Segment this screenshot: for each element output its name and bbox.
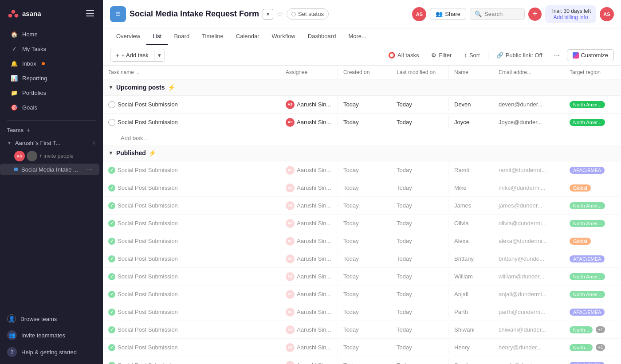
task-complete-indicator[interactable] xyxy=(108,362,115,364)
td-assignee: AS Aarushi Sin... xyxy=(280,215,338,231)
lightning-icon: ⚡ xyxy=(168,84,175,91)
task-name-text[interactable]: Social Post Submission xyxy=(118,344,178,351)
task-name-text[interactable]: Social Post Submission xyxy=(118,326,178,333)
section-collapse-button[interactable]: ▼ xyxy=(108,150,114,156)
task-complete-indicator[interactable] xyxy=(108,309,115,316)
invite-teammates-item[interactable]: 👥 Invite teammates xyxy=(0,327,103,344)
filter-icon: ⚙ xyxy=(431,52,436,59)
task-name-text[interactable]: Social Post Submission xyxy=(118,291,178,297)
td-modified: Today xyxy=(391,199,449,212)
team-item[interactable]: ▼ Aarushi's First T... + xyxy=(0,137,103,149)
tab-calendar[interactable]: Calendar xyxy=(230,28,266,45)
invite-people-link[interactable]: + invite people xyxy=(39,153,74,159)
sidebar-item-home[interactable]: 🏠 Home xyxy=(4,27,99,41)
more-options-button[interactable]: ⋯ xyxy=(550,50,563,61)
people-icon: 👤 xyxy=(7,314,16,323)
task-complete-indicator[interactable] xyxy=(108,184,115,192)
td-assignee: AS Aarushi Sin... xyxy=(280,340,338,356)
task-complete-indicator[interactable] xyxy=(108,273,115,280)
sidebar-item-my-tasks[interactable]: ✓ My Tasks xyxy=(4,42,99,56)
task-name-text[interactable]: Social Post Submission xyxy=(118,119,178,125)
add-task-row[interactable]: Add task... xyxy=(103,131,621,145)
task-name-text[interactable]: Social Post Submission xyxy=(118,202,178,209)
tab-workflow[interactable]: Workflow xyxy=(266,28,302,45)
add-team-button[interactable]: + xyxy=(26,127,30,134)
sidebar-item-goals[interactable]: 🎯 Goals xyxy=(4,100,99,114)
assignee-name: Aarushi Sin... xyxy=(297,273,331,280)
search-box[interactable]: 🔍 xyxy=(470,8,525,20)
billing-link[interactable]: Add billing info xyxy=(550,14,591,20)
task-name-text[interactable]: Social Post Submission xyxy=(118,184,178,191)
search-input[interactable] xyxy=(484,11,520,17)
team-avatars: AS + invite people xyxy=(0,149,103,163)
tab-overview[interactable]: Overview xyxy=(110,28,146,45)
set-status-button[interactable]: Set status xyxy=(287,8,329,20)
add-task-dropdown-button[interactable]: ▾ xyxy=(154,49,165,61)
title-dropdown-button[interactable]: ▾ xyxy=(263,9,273,20)
task-name-text[interactable]: Social Post Submission xyxy=(118,255,178,262)
task-name-text[interactable]: Social Post Submission xyxy=(118,273,178,280)
add-task-main-button[interactable]: + + Add task xyxy=(110,49,154,61)
task-complete-indicator[interactable] xyxy=(108,167,115,174)
sidebar-bottom: 👤 Browse teams 👥 Invite teammates ? Help… xyxy=(0,311,103,364)
td-task-name: Social Post Submission xyxy=(103,305,280,319)
task-name-text[interactable]: Social Post Submission xyxy=(118,167,178,173)
public-link-button[interactable]: 🔗 Public link: Off xyxy=(492,50,547,61)
sidebar-item-inbox[interactable]: 🔔 Inbox xyxy=(4,56,99,70)
task-name-text[interactable]: Social Post Submission xyxy=(118,238,178,244)
task-complete-indicator[interactable] xyxy=(108,238,115,245)
project-more-button[interactable]: ⋯ xyxy=(86,166,92,173)
hamburger-button[interactable] xyxy=(84,8,96,18)
task-name-text[interactable]: Social Post Submission xyxy=(118,309,178,315)
share-button[interactable]: 👥 Share xyxy=(430,8,466,20)
asana-logo[interactable]: asana xyxy=(7,7,41,20)
user-avatar[interactable]: AS xyxy=(412,7,426,21)
task-table: Task name ⌄ Assignee Created on Last mod… xyxy=(103,66,621,364)
status-text: Set status xyxy=(298,11,324,17)
task-complete-indicator[interactable] xyxy=(108,202,115,209)
task-complete-button[interactable] xyxy=(108,119,115,126)
tab-board[interactable]: Board xyxy=(168,28,196,45)
td-created: Today xyxy=(338,287,391,301)
star-button[interactable]: ☆ xyxy=(277,10,283,18)
asana-wordmark: asana xyxy=(22,10,41,17)
project-icon-button[interactable]: ≡ xyxy=(110,6,126,22)
td-assignee: AS Aarushi Sin... xyxy=(280,304,338,320)
help-item[interactable]: ? Help & getting started xyxy=(0,344,103,360)
td-region: North Amer... xyxy=(564,199,621,213)
table-row: Social Post Submission AS Aarushi Sin...… xyxy=(103,321,621,339)
task-complete-indicator[interactable] xyxy=(108,326,115,333)
td-name: Olivia xyxy=(449,216,493,230)
task-complete-indicator[interactable] xyxy=(108,291,115,298)
task-name-text[interactable]: Social Post Submission xyxy=(118,101,178,108)
customize-button[interactable]: Customize xyxy=(567,49,614,61)
td-task-name: Social Post Submission xyxy=(103,216,280,231)
sidebar-item-reporting[interactable]: 📊 Reporting xyxy=(4,71,99,85)
avatar: AS xyxy=(286,343,295,352)
task-name-text[interactable]: Social Post Submission xyxy=(118,220,178,227)
user-avatar-right[interactable]: AS xyxy=(600,7,614,21)
section-collapse-button[interactable]: ▼ xyxy=(108,84,114,90)
task-name-text[interactable]: Social Post Submission xyxy=(118,362,178,364)
all-tasks-button[interactable]: ⭕ All tasks xyxy=(384,50,423,61)
tab-dashboard[interactable]: Dashboard xyxy=(302,28,342,45)
add-to-team-button[interactable]: + xyxy=(92,139,96,146)
tab-timeline[interactable]: Timeline xyxy=(196,28,230,45)
filter-button[interactable]: ⚙ Filter xyxy=(427,50,456,61)
task-complete-indicator[interactable] xyxy=(108,220,115,227)
td-email: william@dunder... xyxy=(493,270,564,283)
sidebar-project-item[interactable]: Social Media Intake ... ⋯ xyxy=(0,164,99,175)
sort-button[interactable]: ↕ Sort xyxy=(460,50,484,61)
sidebar-item-portfolios[interactable]: 📁 Portfolios xyxy=(4,86,99,100)
tab-more[interactable]: More... xyxy=(342,28,372,45)
th-assignee: Assignee xyxy=(280,66,338,79)
task-complete-indicator[interactable] xyxy=(108,255,115,262)
tab-list[interactable]: List xyxy=(146,28,168,45)
avatar: AS xyxy=(286,118,295,127)
browse-teams-item[interactable]: 👤 Browse teams xyxy=(0,311,103,327)
task-complete-button[interactable] xyxy=(108,101,115,108)
task-complete-indicator[interactable] xyxy=(108,344,115,351)
td-assignee: AS Aarushi Sin... xyxy=(280,357,338,364)
td-name: Ramit xyxy=(449,163,493,177)
add-button[interactable]: + xyxy=(528,8,542,21)
